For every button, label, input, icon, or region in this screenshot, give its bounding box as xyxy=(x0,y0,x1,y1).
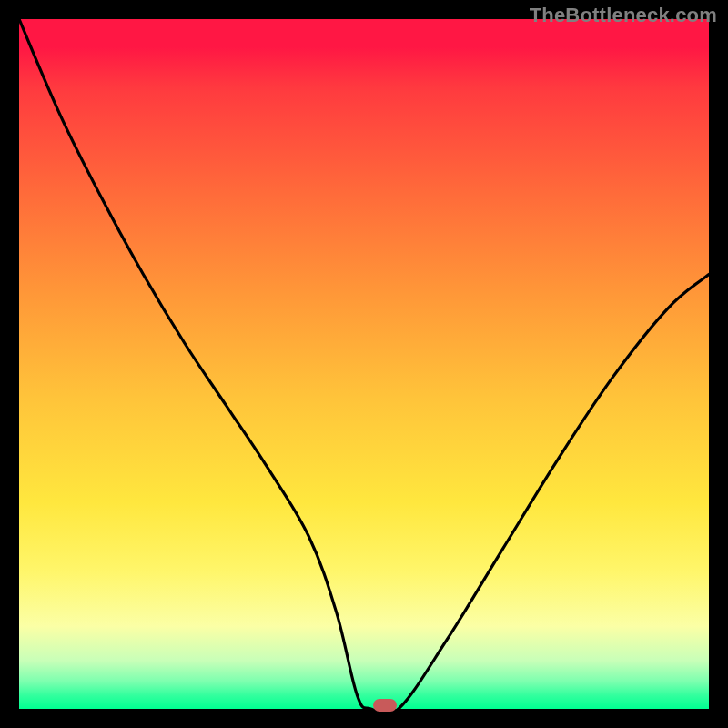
watermark-label: TheBottleneck.com xyxy=(530,4,717,27)
chart-frame: TheBottleneck.com xyxy=(0,0,728,728)
optimal-marker xyxy=(373,699,397,712)
bottleneck-curve xyxy=(19,19,709,709)
plot-area xyxy=(19,19,709,709)
